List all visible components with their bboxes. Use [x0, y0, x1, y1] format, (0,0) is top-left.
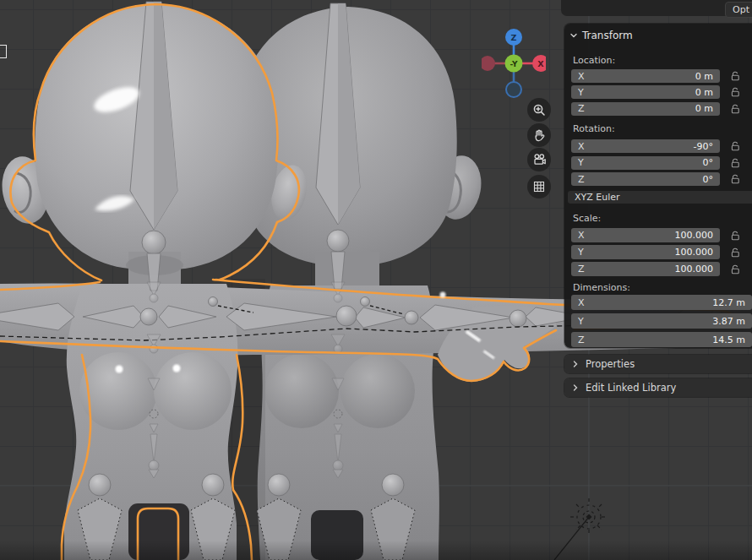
rotation-label: Rotation: [573, 123, 615, 134]
dimensions-y-field[interactable]: Y3.87 m [571, 313, 752, 329]
rotation-y-field[interactable]: Y0° [571, 156, 720, 170]
gizmo-y-center[interactable]: -Y [505, 55, 523, 73]
svg-text:Z: Z [511, 33, 517, 42]
scale-label: Scale: [573, 213, 601, 224]
scale-x-lock-icon[interactable] [729, 230, 741, 242]
svg-text:-Y: -Y [510, 60, 518, 68]
rotation-y-lock-icon[interactable] [729, 157, 741, 169]
chevron-down-icon [569, 31, 578, 40]
transform-panel: Transform Location: X0 m Y0 m Z0 m Rotat… [564, 24, 752, 348]
gizmo-z-axis[interactable]: Z [505, 29, 522, 46]
rotation-z-field[interactable]: Z0° [571, 172, 720, 186]
gizmo-neg-z-axis[interactable] [506, 82, 521, 97]
grid-orthographic-button[interactable] [527, 175, 551, 198]
clipped-edge-marker-icon [0, 45, 7, 58]
svg-text:X: X [537, 59, 544, 68]
gizmo-neg-x-axis[interactable] [482, 56, 495, 71]
camera-view-button[interactable] [527, 148, 551, 171]
dimensions-label: Dimensions: [573, 282, 630, 293]
rotation-x-field[interactable]: X-90° [571, 139, 720, 153]
scale-y-lock-icon[interactable] [729, 247, 741, 258]
sidebar-panel: Transform Location: X0 m Y0 m Z0 m Rotat… [564, 0, 752, 560]
chevron-right-icon [571, 383, 580, 392]
location-y-lock-icon[interactable] [729, 86, 741, 98]
dimensions-z-field[interactable]: Z14.5 m [571, 332, 752, 347]
scale-x-field[interactable]: X100.000 [571, 228, 720, 242]
scale-z-field[interactable]: Z100.000 [571, 262, 720, 276]
scale-z-lock-icon[interactable] [729, 264, 741, 275]
transform-title: Transform [582, 30, 633, 41]
location-z-lock-icon[interactable] [729, 103, 741, 115]
rotation-mode-dropdown[interactable]: XYZ Euler [568, 191, 752, 204]
pan-hand-button[interactable] [527, 123, 551, 147]
scale-y-field[interactable]: Y100.000 [571, 245, 720, 259]
dimensions-x-field[interactable]: X12.7 m [571, 295, 752, 310]
chevron-right-icon [571, 360, 580, 368]
properties-section-header[interactable]: Properties [564, 355, 752, 373]
zoom-in-button[interactable] [527, 98, 551, 122]
rotation-z-lock-icon[interactable] [729, 173, 741, 185]
location-z-field[interactable]: Z0 m [571, 102, 720, 116]
location-label: Location: [573, 55, 615, 66]
navigation-gizmo[interactable]: Z X -Y [482, 28, 546, 99]
transform-panel-header[interactable]: Transform [569, 29, 633, 42]
location-x-lock-icon[interactable] [729, 70, 741, 82]
location-x-field[interactable]: X0 m [571, 69, 720, 83]
edit-linked-library-section-header[interactable]: Edit Linked Library [564, 378, 752, 397]
rotation-x-lock-icon[interactable] [729, 140, 741, 152]
gizmo-x-axis[interactable]: X [532, 55, 546, 72]
location-y-field[interactable]: Y0 m [571, 85, 720, 99]
